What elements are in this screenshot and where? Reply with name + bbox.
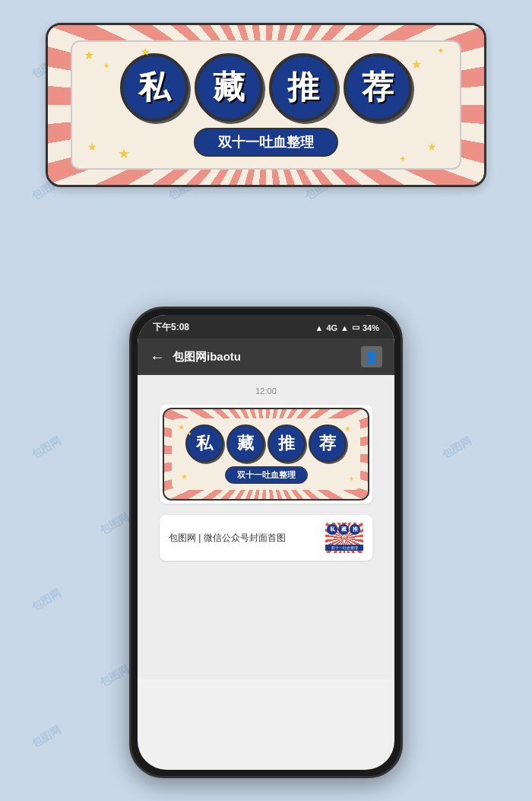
top-banner-container: ★ ✦ ★ ★ ✦ ★ ★ ★ ✦ 私 藏 推 荐: [46, 23, 486, 187]
contact-avatar-icon[interactable]: 👤: [361, 346, 382, 367]
thumb-inner: 私 藏 推 双十一吐血整理: [325, 523, 363, 553]
banner-title-row: 私 藏 推 荐: [87, 53, 445, 122]
char-circle-jian: 荐: [344, 53, 412, 122]
char-circle-si: 私: [120, 53, 188, 122]
mini-subtitle: 双十一吐血整理: [225, 466, 308, 484]
thumb-char-cang: 藏: [338, 524, 349, 535]
signal-bars: ▲: [340, 323, 349, 332]
avatar-person-icon: 👤: [364, 350, 379, 364]
signal-icon: ▲: [315, 323, 324, 332]
star-decoration: ✦: [399, 154, 407, 164]
mini-char-tui: 推: [268, 424, 306, 462]
mini-char-tui-text: 推: [278, 432, 295, 455]
message-info-container: 包图网 | 微信公众号封面首图 私 藏 推 双十一吐血整理: [145, 511, 387, 561]
mini-subtitle-row: 双十一吐血整理: [179, 466, 353, 484]
mini-star: ★: [181, 472, 188, 481]
banner-subtitle: 双十一吐血整理: [194, 128, 338, 157]
char-tui: 推: [287, 66, 319, 109]
chat-title: 包图网ibaotu: [173, 350, 353, 364]
star-decoration: ★: [84, 48, 94, 62]
star-decoration: ★: [141, 46, 150, 58]
message-info-card: 包图网 | 微信公众号封面首图 私 藏 推 双十一吐血整理: [160, 515, 372, 561]
char-cang: 藏: [213, 66, 245, 109]
star-decoration: ★: [118, 145, 130, 162]
banner-card: ★ ✦ ★ ★ ✦ ★ ★ ★ ✦ 私 藏 推 荐: [46, 23, 486, 187]
char-si: 私: [138, 66, 170, 109]
star-decoration: ★: [427, 141, 437, 153]
chat-bubble-image: ★ ✦ ★ ★ ★ 私 藏: [160, 405, 372, 504]
phone-nav-bar[interactable]: ← 包图网ibaotu 👤: [138, 339, 394, 375]
banner-subtitle-row: 双十一吐血整理: [87, 128, 445, 157]
mini-char-jian: 荐: [309, 424, 347, 462]
mini-star: ★: [349, 475, 354, 482]
watermark: 包图网: [29, 434, 63, 462]
mini-char-cang: 藏: [226, 424, 264, 462]
mini-star: ★: [178, 423, 185, 431]
thumb-subtitle: 双十一吐血整理: [325, 545, 363, 551]
thumb-chars: 私 藏 推: [327, 524, 360, 535]
watermark: 包图网: [29, 723, 63, 752]
battery-percent: 34%: [363, 323, 379, 332]
phone-screen: 下午5:08 ▲ 4G ▲ ▭ 34% ← 包图网ibaotu 👤 12:00: [138, 315, 394, 770]
status-time: 下午5:08: [153, 321, 189, 334]
mini-star: ★: [344, 424, 351, 433]
mini-banner-card: ★ ✦ ★ ★ ★ 私 藏: [163, 408, 369, 501]
mini-banner-inner: ★ ✦ ★ ★ ★ 私 藏: [172, 418, 360, 490]
char-circle-cang: 藏: [195, 53, 263, 122]
watermark: 包图网: [97, 663, 131, 691]
mini-star: ✦: [187, 431, 192, 437]
status-right: ▲ 4G ▲ ▭ 34%: [315, 323, 380, 332]
mini-char-jian-text: 荐: [319, 432, 336, 455]
watermark: 包图网: [439, 434, 473, 462]
star-decoration: ★: [411, 57, 422, 72]
watermark: 包图网: [97, 510, 131, 539]
thumb-char-tui: 推: [350, 524, 360, 535]
message-timestamp: 12:00: [145, 386, 387, 396]
back-button[interactable]: ←: [150, 348, 165, 366]
char-circle-tui: 推: [269, 53, 337, 122]
chat-bubble-container: ★ ✦ ★ ★ ★ 私 藏: [145, 405, 387, 504]
star-decoration: ★: [87, 141, 97, 153]
mini-char-si-text: 私: [196, 432, 213, 455]
phone-mockup: 下午5:08 ▲ 4G ▲ ▭ 34% ← 包图网ibaotu 👤 12:00: [129, 307, 403, 778]
watermark: 包图网: [29, 586, 63, 615]
message-label: 包图网 | 微信公众号封面首图: [169, 532, 318, 545]
signal-4g: 4G: [326, 323, 337, 332]
chat-area: 12:00 ★ ✦ ★ ★ ★: [138, 375, 394, 679]
banner-inner: ★ ✦ ★ ★ ✦ ★ ★ ★ ✦ 私 藏 推 荐: [71, 40, 461, 170]
char-jian: 荐: [362, 66, 394, 109]
phone-status-bar: 下午5:08 ▲ 4G ▲ ▭ 34%: [138, 315, 394, 339]
star-decoration: ✦: [103, 61, 110, 72]
thumb-char-si: 私: [327, 524, 337, 535]
message-thumbnail: 私 藏 推 双十一吐血整理: [325, 523, 363, 553]
mini-title-row: 私 藏 推 荐: [179, 424, 353, 462]
star-decoration: ✦: [437, 46, 445, 56]
battery-indicator: ▭: [352, 323, 359, 332]
mini-char-cang-text: 藏: [237, 432, 254, 455]
